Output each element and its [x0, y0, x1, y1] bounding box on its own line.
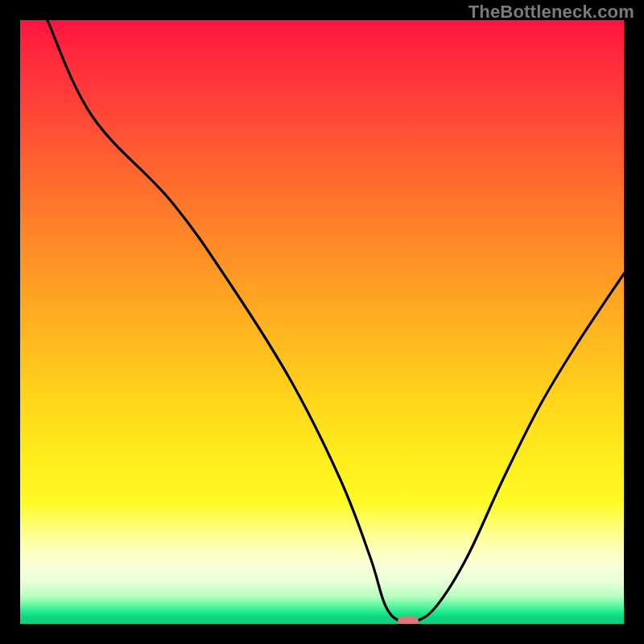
plot-area [20, 20, 624, 624]
curve-svg [20, 20, 624, 624]
chart-frame: TheBottleneck.com [0, 0, 644, 644]
bottleneck-curve-path [47, 20, 624, 624]
optimal-marker [398, 617, 419, 625]
watermark-text: TheBottleneck.com [469, 2, 634, 23]
